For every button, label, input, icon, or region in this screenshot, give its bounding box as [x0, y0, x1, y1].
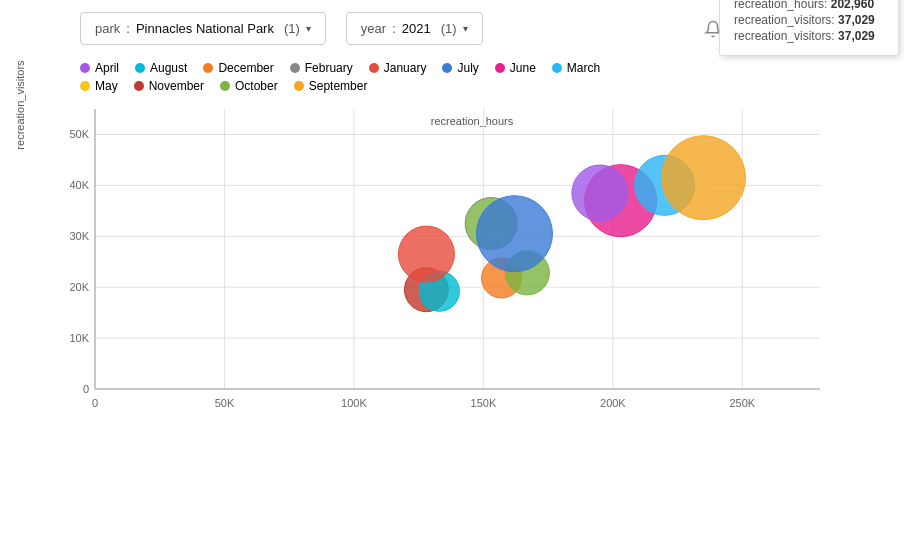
legend-dot-april	[80, 63, 90, 73]
legend-label-april: April	[95, 61, 119, 75]
legend-label-august: August	[150, 61, 187, 75]
legend-item-march: March	[552, 61, 600, 75]
legend-item-december: December	[203, 61, 273, 75]
legend-label-september: September	[309, 79, 368, 93]
legend-item-november: November	[134, 79, 204, 93]
legend-item-february: February	[290, 61, 353, 75]
park-filter[interactable]: park : Pinnacles National Park (1) ▾	[80, 12, 326, 45]
legend-label-november: November	[149, 79, 204, 93]
legend-dot-july	[442, 63, 452, 73]
legend-item-august: August	[135, 61, 187, 75]
more-icon[interactable]	[806, 20, 824, 38]
legend-label-june: June	[510, 61, 536, 75]
legend-label-october: October	[235, 79, 278, 93]
scatter-chart	[40, 99, 840, 439]
legend-dot-november	[134, 81, 144, 91]
legend-item-september: September	[294, 79, 368, 93]
filter-icon[interactable]	[738, 20, 756, 38]
svg-point-7	[814, 22, 816, 24]
legend-dot-june	[495, 63, 505, 73]
top-bar: park : Pinnacles National Park (1) ▾ yea…	[0, 0, 904, 57]
legend-dot-march	[552, 63, 562, 73]
svg-point-9	[814, 33, 816, 35]
legend-dot-may	[80, 81, 90, 91]
legend-item-may: May	[80, 79, 118, 93]
legend-dot-january	[369, 63, 379, 73]
legend-dot-february	[290, 63, 300, 73]
legend-item-october: October	[220, 79, 278, 93]
year-filter-arrow: ▾	[463, 23, 468, 34]
legend-dot-october	[220, 81, 230, 91]
year-filter-count: (1)	[441, 21, 457, 36]
year-filter-value: 2021	[402, 21, 431, 36]
legend-label-may: May	[95, 79, 118, 93]
svg-point-8	[814, 27, 816, 29]
legend-label-december: December	[218, 61, 273, 75]
sparkle-icon[interactable]	[772, 20, 790, 38]
legend-item-january: January	[369, 61, 427, 75]
toolbar-icons	[704, 20, 824, 38]
park-filter-value: Pinnacles National Park	[136, 21, 274, 36]
legend-label-march: March	[567, 61, 600, 75]
y-axis-label: recreation_visitors	[14, 60, 26, 149]
legend-dot-december	[203, 63, 213, 73]
park-filter-count: (1)	[284, 21, 300, 36]
park-filter-key: park	[95, 21, 120, 36]
legend-dot-september	[294, 81, 304, 91]
year-filter-key: year	[361, 21, 386, 36]
park-filter-arrow: ▾	[306, 23, 311, 34]
legend-label-july: July	[457, 61, 478, 75]
legend: AprilAugustDecemberFebruaryJanuaryJulyJu…	[0, 57, 904, 97]
legend-label-january: January	[384, 61, 427, 75]
legend-item-june: June	[495, 61, 536, 75]
legend-item-april: April	[80, 61, 119, 75]
bell-icon[interactable]	[704, 20, 722, 38]
legend-dot-august	[135, 63, 145, 73]
legend-item-july: July	[442, 61, 478, 75]
legend-label-february: February	[305, 61, 353, 75]
year-filter[interactable]: year : 2021 (1) ▾	[346, 12, 483, 45]
